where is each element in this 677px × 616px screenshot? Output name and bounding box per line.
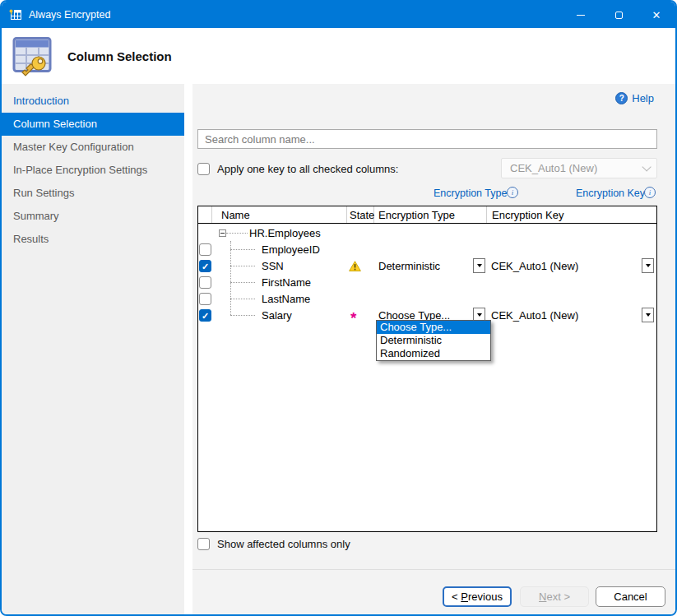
show-affected-checkbox[interactable] xyxy=(197,538,210,550)
encryption-type-dropdown-button[interactable] xyxy=(473,258,485,273)
cek-combobox-value: CEK_Auto1 (New) xyxy=(510,162,597,174)
table-header: Name State Encryption Type Encryption Ke… xyxy=(198,206,656,224)
apply-key-row: Apply one key to all checked columns: xyxy=(197,163,398,175)
maximize-button[interactable] xyxy=(600,2,638,28)
row-checkbox[interactable] xyxy=(199,243,211,256)
step-summary[interactable]: Summary xyxy=(2,205,184,228)
tree-connector xyxy=(230,249,255,250)
encryption-key-dropdown-button[interactable] xyxy=(642,258,654,273)
minimize-button[interactable] xyxy=(562,2,600,28)
column-name: Salary xyxy=(262,309,292,322)
next-button[interactable]: Next > xyxy=(520,586,589,607)
table-key-icon xyxy=(12,35,53,81)
encryption-type-info-icon[interactable]: i xyxy=(507,187,518,198)
column-name: SSN xyxy=(262,260,284,272)
close-button[interactable]: ✕ xyxy=(638,2,675,28)
step-introduction[interactable]: Introduction xyxy=(2,90,184,113)
maximize-icon xyxy=(615,12,623,19)
table-body: HR.Employees EmployeeID SSN Deterministi… xyxy=(198,225,656,531)
table-row-lastname[interactable]: LastName xyxy=(198,290,656,307)
column-name: FirstName xyxy=(262,276,311,289)
wizard-header: Column Selection xyxy=(2,28,675,84)
encryption-key-info-icon[interactable]: i xyxy=(644,187,656,198)
group-label: HR.Employees xyxy=(249,227,321,239)
wizard-steps: Introduction Column Selection Master Key… xyxy=(2,90,184,251)
step-column-selection[interactable]: Column Selection xyxy=(2,113,184,136)
footer-divider xyxy=(192,569,677,570)
row-checkbox[interactable] xyxy=(199,309,211,322)
help-link[interactable]: ? Help xyxy=(615,92,654,104)
step-master-key-configuration[interactable]: Master Key Configuration xyxy=(2,136,184,159)
titlebar[interactable]: Always Encrypted ✕ xyxy=(2,2,675,28)
required-icon: * xyxy=(350,314,356,322)
warning-icon xyxy=(349,261,361,271)
column-header-encryption-type[interactable]: Encryption Type xyxy=(374,206,487,223)
tree-connector xyxy=(230,299,255,299)
row-checkbox[interactable] xyxy=(199,276,211,289)
encryption-type-value: Deterministic xyxy=(374,260,440,272)
encryption-key-value: CEK_Auto1 (New) xyxy=(487,260,578,272)
column-header-name[interactable]: Name xyxy=(212,206,347,223)
chevron-down-icon xyxy=(642,162,651,171)
columns-table: Name State Encryption Type Encryption Ke… xyxy=(197,206,657,532)
app-icon xyxy=(9,9,22,21)
dropdown-option-randomized[interactable]: Randomized xyxy=(377,347,490,360)
column-header-encryption-key[interactable]: Encryption Key xyxy=(487,206,656,223)
always-encrypted-window: Always Encrypted ✕ Column S xyxy=(0,0,677,616)
column-header-state[interactable]: State xyxy=(347,206,374,223)
page-title: Column Selection xyxy=(67,49,172,63)
encryption-type-link[interactable]: Encryption Type xyxy=(434,188,507,199)
table-group-row[interactable]: HR.Employees xyxy=(198,225,656,241)
tree-connector xyxy=(226,233,248,234)
cek-combobox: CEK_Auto1 (New) xyxy=(501,158,657,178)
encryption-type-dropdown: Choose Type... Deterministic Randomized xyxy=(376,320,491,361)
column-name: LastName xyxy=(262,293,310,305)
dropdown-option-deterministic[interactable]: Deterministic xyxy=(377,334,490,347)
table-row-employeeid[interactable]: EmployeeID xyxy=(198,241,656,257)
minimize-icon xyxy=(577,15,585,16)
table-row-firstname[interactable]: FirstName xyxy=(198,274,656,290)
apply-key-label: Apply one key to all checked columns: xyxy=(217,163,398,175)
show-affected-label: Show affected columns only xyxy=(217,538,350,550)
checkbox-column-header xyxy=(198,206,212,223)
search-input[interactable] xyxy=(197,129,657,149)
previous-button[interactable]: < Previous xyxy=(443,586,512,607)
tree-connector xyxy=(230,282,255,283)
sidebar-divider xyxy=(184,84,192,616)
apply-key-checkbox[interactable] xyxy=(197,163,210,175)
step-in-place-encryption-settings[interactable]: In-Place Encryption Settings xyxy=(2,159,184,182)
encryption-key-value: CEK_Auto1 (New) xyxy=(487,309,578,322)
dropdown-option-choose-type[interactable]: Choose Type... xyxy=(377,321,490,334)
help-icon: ? xyxy=(615,92,628,104)
row-checkbox[interactable] xyxy=(199,293,211,305)
step-run-settings[interactable]: Run Settings xyxy=(2,182,184,205)
show-affected-row: Show affected columns only xyxy=(197,538,350,550)
tree-connector xyxy=(230,315,255,316)
table-row-ssn[interactable]: SSN Deterministic CEK_Auto1 (New) xyxy=(198,257,656,274)
encryption-key-link[interactable]: Encryption Key xyxy=(576,188,645,199)
window-title: Always Encrypted xyxy=(29,9,110,21)
step-results[interactable]: Results xyxy=(2,228,184,251)
row-checkbox[interactable] xyxy=(199,260,211,272)
tree-connector xyxy=(230,266,255,266)
cancel-button[interactable]: Cancel xyxy=(596,586,665,607)
help-label: Help xyxy=(632,92,654,104)
close-icon: ✕ xyxy=(652,10,661,21)
column-name: EmployeeID xyxy=(262,243,320,256)
encryption-key-dropdown-button[interactable] xyxy=(642,308,654,322)
collapse-icon[interactable] xyxy=(219,229,226,237)
